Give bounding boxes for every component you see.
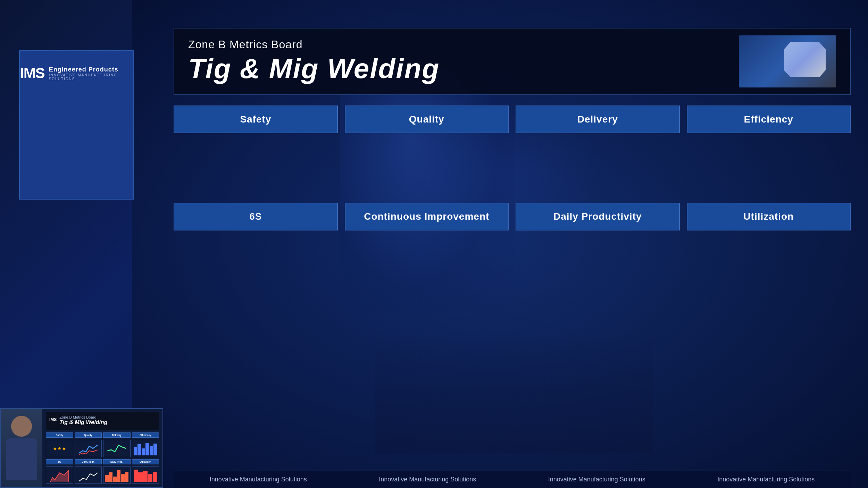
- header-welder-image: [739, 35, 836, 87]
- header-text-block: Zone B Metrics Board Tig & Mig Welding: [188, 38, 739, 85]
- footer-item-3: Innovative Manufacturing Solutions: [512, 471, 682, 488]
- bar-3: [142, 448, 145, 455]
- util-bar-3: [143, 471, 148, 482]
- logo-engineered: Engineered Products: [49, 66, 133, 73]
- svg-marker-0: [50, 471, 69, 482]
- quality-line-chart-svg: [76, 441, 100, 455]
- mini-chart-ci: [75, 466, 102, 484]
- stars-display: ★★★: [53, 446, 66, 451]
- util-bar-4: [148, 474, 152, 482]
- mini-metrics-board: IMS Zone B Metrics Board Tig & Mig Weldi…: [42, 409, 162, 487]
- welder-helmet-graphic: [739, 35, 836, 87]
- dp-bar-1: [105, 475, 109, 482]
- nav-row-1: Safety Quality Delivery Efficiency: [174, 106, 851, 133]
- mini-nav-row-2: 6S Cont. Impr. Daily Prod. Utilization: [46, 459, 159, 464]
- mini-chart-util: [132, 466, 159, 484]
- util-bars: [134, 468, 158, 482]
- header-title: Tig & Mig Welding: [188, 53, 739, 85]
- logo-right-text: Engineered Products INNOVATIVE MANUFACTU…: [49, 66, 133, 81]
- person-body: [6, 438, 37, 480]
- mini-chart-quality: [75, 440, 102, 457]
- mini-chart-delivery: [103, 440, 131, 457]
- person-silhouette: [1, 409, 42, 488]
- mini-zone-label: Zone B Metrics Board: [59, 415, 107, 419]
- logo-container: IMS Engineered Products INNOVATIVE MANUF…: [20, 65, 133, 82]
- mini-chart-dp: [103, 466, 131, 484]
- bottom-photo-overlay: IMS Zone B Metrics Board Tig & Mig Weldi…: [0, 408, 163, 488]
- mini-nav-efficiency: Efficiency: [132, 432, 159, 438]
- nav-btn-efficiency[interactable]: Efficiency: [687, 106, 851, 133]
- mini-chart-6s: [46, 466, 73, 484]
- bar-1: [134, 447, 137, 455]
- mini-nav-cont-impr: Cont. Impr.: [75, 459, 102, 464]
- util-bar-1: [134, 470, 138, 482]
- 6s-chart-svg: [48, 468, 72, 482]
- efficiency-bars: [134, 441, 158, 455]
- bar-2: [137, 444, 141, 455]
- dp-bar-2: [109, 472, 113, 482]
- mini-chart-row-1: ★★★: [46, 440, 159, 457]
- footer-item-2: Innovative Manufacturing Solutions: [343, 471, 512, 488]
- dp-bar-5: [121, 474, 125, 482]
- dp-bar-4: [117, 470, 121, 482]
- mini-board-title: Tig & Mig Welding: [59, 419, 107, 426]
- main-content-area: Zone B Metrics Board Tig & Mig Welding S…: [174, 28, 851, 230]
- footer-item-4: Innovative Manufacturing Solutions: [682, 471, 851, 488]
- util-bar-5: [153, 472, 157, 482]
- ims-logo-text: IMS: [20, 65, 45, 82]
- mini-logo: IMS: [49, 417, 57, 422]
- bar-5: [150, 446, 153, 455]
- footer-item-1: Innovative Manufacturing Solutions: [174, 471, 343, 488]
- daily-prod-bars: [105, 468, 129, 482]
- nav-btn-quality[interactable]: Quality: [345, 106, 509, 133]
- mini-board-header: IMS Zone B Metrics Board Tig & Mig Weldi…: [46, 412, 159, 430]
- bar-6: [153, 444, 157, 455]
- mini-chart-safety: ★★★: [46, 440, 73, 457]
- nav-btn-6s[interactable]: 6S: [174, 203, 338, 230]
- mini-nav-quality: Quality: [75, 432, 102, 438]
- mini-nav-delivery: Delivery: [103, 432, 131, 438]
- mini-nav-safety: Safety: [46, 432, 73, 438]
- mini-nav-daily-prod: Daily Prod.: [103, 459, 131, 464]
- ci-chart-svg: [76, 468, 100, 482]
- bg-equipment: [375, 332, 653, 453]
- mini-nav-utilization: Utilization: [132, 459, 159, 464]
- bar-4: [145, 443, 149, 455]
- person-head: [11, 416, 32, 437]
- footer-strip: Innovative Manufacturing Solutions Innov…: [174, 471, 851, 488]
- dp-bar-3: [113, 477, 117, 482]
- nav-btn-continuous-improvement[interactable]: Continuous Improvement: [345, 203, 509, 230]
- mini-nav-6s: 6S: [46, 459, 73, 464]
- mini-nav-row-1: Safety Quality Delivery Efficiency: [46, 432, 159, 438]
- mini-chart-efficiency: [132, 440, 159, 457]
- nav-btn-daily-productivity[interactable]: Daily Productivity: [516, 203, 680, 230]
- nav-btn-utilization[interactable]: Utilization: [687, 203, 851, 230]
- delivery-chart-svg: [105, 441, 129, 455]
- logo-innovative: INNOVATIVE MANUFACTURING SOLUTIONS: [49, 73, 133, 81]
- nav-btn-safety[interactable]: Safety: [174, 106, 338, 133]
- left-sidebar-panel: IMS Engineered Products INNOVATIVE MANUF…: [19, 50, 134, 200]
- util-bar-2: [138, 472, 143, 482]
- nav-btn-delivery[interactable]: Delivery: [516, 106, 680, 133]
- dp-bar-6: [125, 472, 129, 482]
- header-subtitle: Zone B Metrics Board: [188, 38, 739, 51]
- nav-row-2: 6S Continuous Improvement Daily Producti…: [174, 203, 851, 230]
- header-banner: Zone B Metrics Board Tig & Mig Welding: [174, 28, 851, 95]
- mini-chart-row-2: [46, 466, 159, 484]
